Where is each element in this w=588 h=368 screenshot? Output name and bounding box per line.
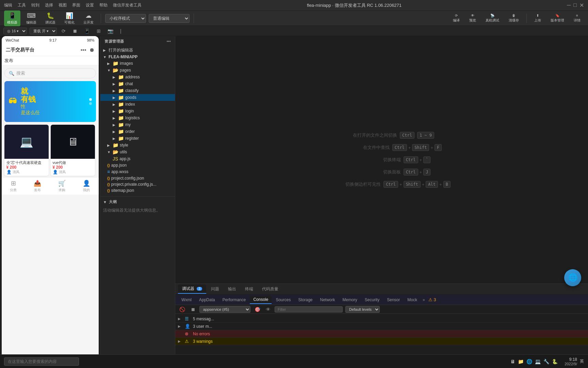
devtools-more-icon[interactable]: » [423, 297, 425, 302]
compile-button[interactable]: ⟳ 编译 [450, 13, 463, 24]
taskbar-search-input[interactable] [4, 357, 79, 366]
console-clear-button[interactable]: 🚫 [178, 306, 186, 313]
menu-interface[interactable]: 界面 [72, 2, 80, 8]
log-level-select[interactable]: Default levels [345, 306, 380, 313]
devtab-storage[interactable]: Storage [295, 296, 316, 304]
devtab-sensor[interactable]: Sensor [383, 296, 403, 304]
menu-view[interactable]: 视图 [59, 2, 67, 8]
devtab-console[interactable]: Console [250, 296, 272, 304]
devtab-network[interactable]: Network [317, 296, 339, 304]
taskbar-app-5[interactable]: 🔧 [543, 359, 549, 364]
file-sitemap[interactable]: {} sitemap.json [100, 187, 175, 194]
page-select[interactable]: ◎ 16 ▾ [3, 28, 27, 34]
file-projectconfig[interactable]: {} project.config.json [100, 175, 175, 181]
taskbar-app-6[interactable]: 🐍 [552, 359, 558, 364]
title-bar-menus[interactable]: 编辑 工具 转到 选择 视图 界面 设置 帮助 微信开发者工具 [4, 2, 142, 8]
cloud-button[interactable]: ☁ 云开发 [80, 11, 97, 26]
console-stop-button[interactable]: ⏹ [189, 306, 197, 313]
tab-terminal[interactable]: 终端 [241, 285, 257, 293]
editor-button[interactable]: ⌨ 编辑器 [23, 11, 39, 26]
outline-title-bar[interactable]: ▼ 大纲 [103, 198, 172, 207]
taskbar-app-3[interactable]: 🌐 [526, 359, 532, 364]
devtab-mock[interactable]: Mock [404, 296, 421, 304]
folder-classify[interactable]: ▶ 📁 classify [100, 87, 175, 94]
reload-select[interactable]: 重载 开 ▾ [30, 28, 57, 34]
minimize-button[interactable]: ─ [567, 2, 571, 9]
taskbar-app-4[interactable]: 💻 [535, 359, 541, 364]
mode-select[interactable]: 小程序模式 [105, 14, 146, 23]
tab-output[interactable]: 输出 [224, 285, 240, 293]
menu-settings[interactable]: 设置 [86, 2, 94, 8]
folder-address[interactable]: ▶ 📁 address [100, 74, 175, 80]
folder-utils[interactable]: ▼ 📂 utils [100, 149, 175, 155]
expand-messages[interactable]: ▶ [178, 317, 182, 321]
close-button[interactable]: ✕ [579, 2, 584, 9]
compile-mode-select[interactable]: 普通编辑 [149, 14, 190, 23]
file-projectprivate[interactable]: {} project.private.config.js... [100, 181, 175, 187]
maximize-button[interactable]: □ [573, 2, 577, 9]
expand-user[interactable]: ▶ [178, 324, 182, 328]
folder-logistics[interactable]: ▶ 📁 logistics [100, 114, 175, 121]
folder-register[interactable]: ▶ 📁 register [100, 135, 175, 142]
console-row-errors[interactable]: ⊗ No errors [175, 330, 588, 338]
devtab-security[interactable]: Security [361, 296, 383, 304]
folder-my[interactable]: ▶ 📁 my [100, 121, 175, 128]
product-card-1[interactable]: 💻 全'芯'十代高速双硬盘 ¥ 200 👤 清风 [4, 125, 49, 176]
upload-button[interactable]: ⬆ 上传 [531, 13, 544, 24]
screenshot-button[interactable]: 📷 [105, 27, 115, 35]
version-button[interactable]: 🔖 版本管理 [547, 13, 568, 24]
folder-images[interactable]: ▶ 📁 images [100, 60, 175, 67]
folder-login[interactable]: ▶ 📁 login [100, 108, 175, 114]
tab-classify[interactable]: ⊞ 分类 [10, 180, 17, 193]
cursor-button[interactable]: | [118, 27, 124, 35]
product-card-2[interactable]: 🖥 vue代做 ¥ 200 👤 清风 [51, 125, 95, 176]
menu-devtools[interactable]: 微信开发者工具 [113, 2, 142, 8]
menu-tools[interactable]: 工具 [18, 2, 26, 8]
phone-more-icon[interactable]: ••• [81, 47, 86, 53]
explorer-menu-icon[interactable]: ••• [166, 39, 171, 44]
folder-order[interactable]: ▶ 📁 order [100, 128, 175, 135]
taskbar-lang[interactable]: 英 [580, 358, 584, 364]
file-appjson[interactable]: {} app.json [100, 162, 175, 168]
visualize-button[interactable]: 📊 可视化 [61, 11, 78, 26]
tab-publish[interactable]: 📤 发布 [34, 180, 41, 193]
devtab-performance[interactable]: Performance [219, 296, 249, 304]
tab-code-quality[interactable]: 代码质量 [258, 285, 282, 293]
stop-button[interactable]: ⏹ [70, 27, 79, 35]
real-device-button[interactable]: 📡 真机调试 [482, 13, 503, 24]
menu-goto[interactable]: 转到 [31, 2, 39, 8]
project-root[interactable]: ▼ FLEA-MINIAPP [100, 54, 175, 60]
window-controls[interactable]: ─ □ ✕ [567, 2, 584, 9]
file-appwxss[interactable]: ≡ app.wxss [100, 168, 175, 175]
folder-pages[interactable]: ▼ 📂 pages [100, 67, 175, 74]
simulator-button[interactable]: 📱 模拟器 [4, 11, 20, 26]
tab-debugger[interactable]: 调试器 3 [178, 285, 206, 294]
console-row-warnings[interactable]: ▶ ⚠ 3 warnings [175, 338, 588, 345]
tab-mine[interactable]: 👤 我的 [83, 180, 90, 193]
folder-goods[interactable]: ▶ 📁 goods [100, 94, 175, 101]
devtab-wxml[interactable]: Wxml [178, 296, 195, 304]
taskbar-app-2[interactable]: 📁 [518, 359, 524, 364]
tab-wanted[interactable]: 🛒 求购 [58, 180, 66, 193]
service-select[interactable]: appservice (#5) [199, 306, 250, 313]
folder-index[interactable]: ▶ 📁 index [100, 101, 175, 108]
tab-issues[interactable]: 问题 [207, 285, 223, 293]
phone-record-icon[interactable]: ⏺ [89, 47, 95, 53]
console-row-user[interactable]: ▶ 👤 3 user m... [175, 323, 588, 330]
open-editors-section[interactable]: ▶ 打开的编辑器 [100, 47, 175, 54]
folder-chat[interactable]: ▶ 📁 chat [100, 80, 175, 87]
phone-search-bar[interactable]: 🔍 搜索 [4, 68, 96, 78]
folder-style[interactable]: ▶ 📁 style [100, 142, 175, 149]
menu-edit[interactable]: 编辑 [4, 2, 12, 8]
grid-button[interactable]: ⊞ [95, 27, 103, 35]
menu-select[interactable]: 选择 [45, 2, 53, 8]
console-filter-input[interactable] [275, 306, 343, 312]
clear-cache-button[interactable]: 🗑 清缓存 [505, 13, 522, 24]
expand-warnings[interactable]: ▶ [178, 339, 182, 343]
devtab-appdata[interactable]: AppData [196, 296, 218, 304]
detail-button[interactable]: ≡ 详情 [570, 13, 584, 24]
devtab-memory[interactable]: Memory [339, 296, 361, 304]
fab-button[interactable]: 🌐 [564, 269, 581, 286]
taskbar-app-1[interactable]: 🖥 [510, 359, 515, 364]
refresh-button[interactable]: ⟳ [60, 27, 68, 35]
